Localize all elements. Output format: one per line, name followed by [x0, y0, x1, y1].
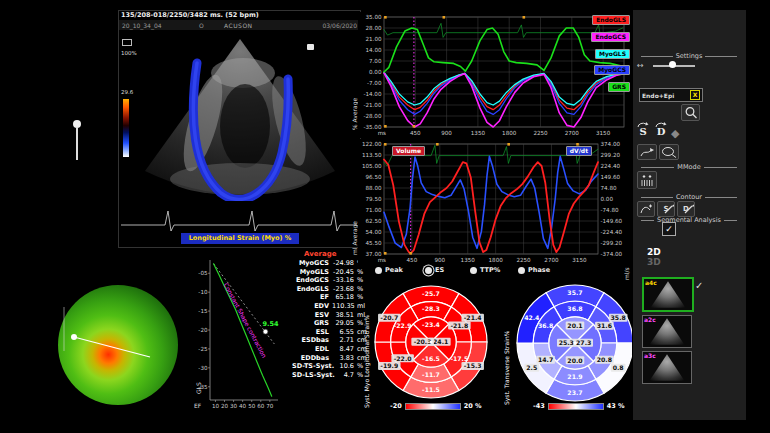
settings-slider-handle[interactable] — [669, 61, 676, 68]
cine-slider-handle[interactable] — [73, 120, 81, 128]
resize-arrows-icon[interactable]: ↔ — [637, 61, 644, 70]
svg-text:21.00: 21.00 — [365, 36, 381, 42]
svg-text:1800: 1800 — [489, 257, 504, 263]
diastole-button[interactable]: D — [655, 122, 667, 136]
svg-text:3150: 3150 — [596, 130, 611, 136]
ultrasound-panel: 135/208-018/2250/3482 ms. (52 bpm) 20_10… — [118, 10, 361, 248]
svg-text:3150: 3150 — [572, 257, 587, 263]
ef-gls-chart: -05-10-15-20-25-30-3510203040506070Const… — [186, 252, 286, 412]
svg-text:-21.4: -21.4 — [464, 314, 483, 321]
contour-edit-systole-button[interactable]: S — [657, 201, 675, 217]
segmental-analysis-header: Segmental Analysis — [638, 216, 740, 224]
mode-2d-button[interactable]: 2D — [647, 248, 661, 257]
diamond-icon[interactable]: ◆ — [671, 128, 679, 139]
svg-text:79.50: 79.50 — [365, 196, 381, 202]
svg-text:2250: 2250 — [516, 257, 531, 263]
curve-tool-button[interactable] — [637, 144, 657, 160]
svg-text:-19.9: -19.9 — [380, 362, 398, 369]
svg-text:10: 10 — [212, 403, 220, 409]
bullseye-red-label: Syst. Myo Longitudinal Strain% — [364, 288, 370, 408]
zoom-box-icon[interactable] — [122, 39, 132, 46]
radio-peak[interactable]: Peak — [375, 266, 403, 274]
svg-text:74.80: 74.80 — [601, 185, 617, 191]
svg-text:Constant Shape contraction: Constant Shape contraction — [222, 282, 268, 360]
mmode-button[interactable] — [637, 171, 657, 189]
svg-text:21.9: 21.9 — [567, 373, 582, 380]
thumbnail-a2c[interactable]: a2c — [642, 315, 692, 348]
svg-text:-25.7: -25.7 — [422, 290, 440, 297]
svg-text:14.7: 14.7 — [538, 356, 553, 363]
svg-text:900: 900 — [441, 130, 452, 136]
svg-text:2700: 2700 — [544, 257, 559, 263]
svg-text:14.00: 14.00 — [365, 47, 381, 53]
svg-text:ms: ms — [378, 257, 386, 263]
scale-max: 43 % — [607, 402, 625, 410]
svg-text:0.00: 0.00 — [369, 69, 382, 75]
table-row: EDL8.47cm — [292, 345, 368, 354]
view-mode-label: Longitudinal Strain (Myo) % — [181, 233, 299, 244]
svg-text:-11.7: -11.7 — [422, 371, 440, 378]
legend-myogls: MyoGLS — [595, 49, 630, 59]
svg-text:-15.3: -15.3 — [464, 362, 482, 369]
svg-text:-20.3: -20.3 — [414, 338, 432, 345]
gain-label: 100% — [121, 51, 137, 57]
svg-text:35.7: 35.7 — [567, 289, 582, 296]
svg-text:-16.5: -16.5 — [422, 355, 440, 362]
curve-plus-icon — [639, 203, 653, 215]
systole-button[interactable]: S — [637, 122, 649, 136]
view-thumbnails: a4ca2ca3c — [642, 277, 698, 387]
average-table-rows: MyoGCS-24.98%MyoGLS-20.45%EndoGCS-33.16%… — [292, 259, 368, 379]
radio-phase[interactable]: Phase — [518, 266, 550, 274]
svg-text:-224.40: -224.40 — [601, 229, 623, 235]
svg-text:62.50: 62.50 — [365, 218, 381, 224]
scale-min: -20 — [390, 402, 402, 410]
svg-text:0.00: 0.00 — [601, 196, 614, 202]
svg-text:0.8: 0.8 — [613, 364, 624, 371]
radio-label: TTP% — [480, 266, 500, 274]
mode-3d-button[interactable]: 3D — [647, 258, 661, 267]
svg-text:50: 50 — [248, 403, 256, 409]
radio-es[interactable]: ES — [425, 266, 444, 274]
pencil-icon — [663, 203, 674, 215]
svg-text:9.54: 9.54 — [262, 320, 279, 328]
svg-text:450: 450 — [410, 130, 421, 136]
study-date: 03/06/2020 — [322, 22, 357, 29]
ecg-strip — [119, 201, 360, 233]
thumbnail-a4c[interactable]: a4c — [642, 277, 694, 312]
svg-text:45.50: 45.50 — [365, 240, 381, 246]
legend-endogcs: EndoGCS — [591, 32, 630, 42]
svg-text:-11.5: -11.5 — [422, 386, 440, 393]
legend-myogcs: MyoGCS — [594, 65, 630, 75]
magnifier-icon — [684, 106, 698, 119]
svg-text:35.8: 35.8 — [611, 314, 626, 321]
echo-image[interactable] — [119, 31, 360, 201]
svg-text:-7.00: -7.00 — [367, 80, 382, 86]
acquisition-info: 135/208-018/2250/3482 ms. (52 bpm) — [121, 11, 356, 20]
endo-epi-checkbox[interactable]: X — [690, 90, 700, 100]
segmental-analysis-checkbox[interactable]: ✓ — [662, 222, 676, 236]
cine-slider-track[interactable] — [76, 128, 78, 160]
snapshot-icon[interactable] — [307, 44, 314, 50]
endo-epi-toggle[interactable]: Endo+Epi X — [639, 88, 703, 102]
study-id: 20_10_34_04 — [122, 22, 162, 29]
svg-text:-15: -15 — [198, 308, 208, 314]
svg-text:105.00: 105.00 — [362, 163, 382, 169]
strain-curves-chart: 35.0028.0021.0014.007.000.00-7.00-14.00-… — [358, 12, 632, 138]
magnifier-button[interactable] — [681, 104, 700, 121]
svg-text:-30: -30 — [198, 365, 208, 371]
radio-ttp[interactable]: TTP% — [470, 266, 500, 274]
svg-text:40: 40 — [239, 403, 247, 409]
endo-epi-label: Endo+Epi — [642, 92, 674, 99]
scale-max: 20 % — [464, 402, 482, 410]
thumbnail-a3c[interactable]: a3c — [642, 351, 692, 384]
svg-text:20: 20 — [221, 403, 229, 409]
lasso-tool-button[interactable] — [659, 144, 679, 160]
contour-add-button[interactable] — [637, 201, 655, 217]
radio-label: ES — [435, 266, 444, 274]
bullseye-transverse: 35.735.80.823.72.542.436.831.620.821.914… — [514, 282, 636, 404]
app-window: 135/208-018/2250/3482 ms. (52 bpm) 20_10… — [0, 0, 770, 433]
contour-edit-diastole-button[interactable]: D — [677, 201, 695, 217]
svg-text:31.6: 31.6 — [597, 322, 612, 329]
svg-text:-22.0: -22.0 — [394, 355, 413, 362]
legend-endogls: EndoGLS — [592, 15, 630, 25]
